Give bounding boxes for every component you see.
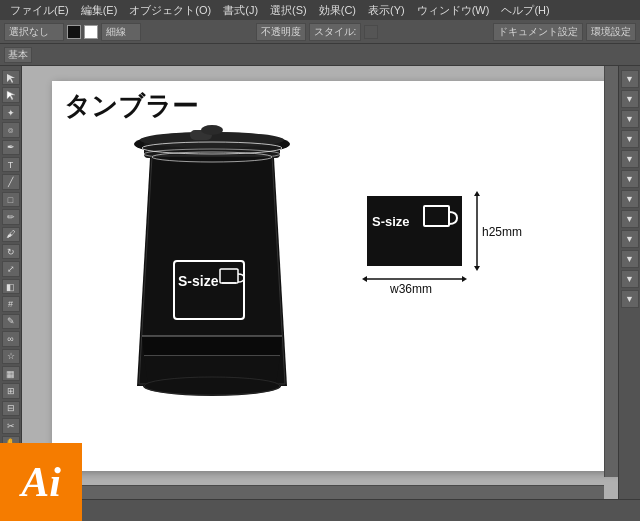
svg-text:w36mm: w36mm	[389, 282, 432, 296]
tool-mesh[interactable]: #	[2, 296, 20, 311]
right-tool-5[interactable]: ▼	[621, 150, 639, 168]
dimension-diagram: S-size w36mm h25mm	[362, 171, 572, 333]
tumbler-illustration: S-size	[102, 116, 322, 438]
menu-format[interactable]: 書式(J)	[217, 3, 264, 18]
canvas-paper: タンブラー	[52, 81, 618, 471]
tool-direct-select[interactable]	[2, 87, 20, 102]
right-tool-11[interactable]: ▼	[621, 270, 639, 288]
tool-gradient[interactable]: ◧	[2, 279, 20, 294]
menu-effect[interactable]: 効果(C)	[313, 3, 362, 18]
svg-text:h25mm: h25mm	[482, 225, 522, 239]
tool-rotate[interactable]: ↻	[2, 244, 20, 259]
toolbar-secondary: 基本	[0, 44, 640, 66]
tool-pencil[interactable]: ✏	[2, 209, 20, 224]
doc-settings-btn[interactable]: ドキュメント設定	[493, 23, 583, 41]
tool-type[interactable]: T	[2, 157, 20, 172]
svg-marker-23	[362, 276, 367, 282]
right-tool-9[interactable]: ▼	[621, 230, 639, 248]
tool-line[interactable]: ╱	[2, 174, 20, 189]
menu-select[interactable]: 選択(S)	[264, 3, 313, 18]
left-toolbox: ✦ ⌾ ✒ T ╱ □ ✏ 🖌 ↻ ⤢ ◧ # ✎ ∞ ☆ ▦ ⊞ ⊟ ✂ ✋ …	[0, 66, 22, 499]
right-toolbox: ▼ ▼ ▼ ▼ ▼ ▼ ▼ ▼ ▼ ▼ ▼ ▼	[618, 66, 640, 499]
right-tool-4[interactable]: ▼	[621, 130, 639, 148]
menu-bar: ファイル(E) 編集(E) オブジェクト(O) 書式(J) 選択(S) 効果(C…	[0, 0, 640, 20]
svg-marker-24	[462, 276, 467, 282]
menu-file[interactable]: ファイル(E)	[4, 3, 75, 18]
tool-rect[interactable]: □	[2, 192, 20, 207]
style-label: スタイル:	[309, 23, 362, 41]
tool-scissors[interactable]: ✂	[2, 418, 20, 433]
status-bar: 選択	[0, 499, 640, 521]
tool-scale[interactable]: ⤢	[2, 261, 20, 276]
tool-slice[interactable]: ⊟	[2, 401, 20, 416]
ai-app-icon: Ai	[0, 443, 82, 521]
menu-object[interactable]: オブジェクト(O)	[123, 3, 217, 18]
style-box[interactable]	[364, 25, 378, 39]
basic-label[interactable]: 基本	[4, 47, 32, 63]
tool-pen[interactable]: ✒	[2, 140, 20, 155]
tool-magic-wand[interactable]: ✦	[2, 105, 20, 120]
tool-eyedropper[interactable]: ✎	[2, 314, 20, 329]
stroke-weight[interactable]: 細線	[101, 23, 141, 41]
scrollbar-vertical[interactable]	[604, 66, 618, 477]
tool-select[interactable]	[2, 70, 20, 85]
svg-marker-28	[474, 266, 480, 271]
tool-graph[interactable]: ▦	[2, 366, 20, 381]
right-tool-8[interactable]: ▼	[621, 210, 639, 228]
main-layout: ✦ ⌾ ✒ T ╱ □ ✏ 🖌 ↻ ⤢ ◧ # ✎ ∞ ☆ ▦ ⊞ ⊟ ✂ ✋ …	[0, 66, 640, 499]
tool-brush[interactable]: 🖌	[2, 227, 20, 242]
svg-marker-1	[7, 91, 15, 100]
right-tool-7[interactable]: ▼	[621, 190, 639, 208]
svg-point-6	[201, 125, 223, 135]
toolbar-primary: 選択なし 細線 不透明度 スタイル: ドキュメント設定 環境設定	[0, 20, 640, 44]
opacity-label: 不透明度	[256, 23, 306, 41]
svg-text:S-size: S-size	[372, 214, 410, 229]
svg-marker-27	[474, 191, 480, 196]
menu-view[interactable]: 表示(Y)	[362, 3, 411, 18]
menu-window[interactable]: ウィンドウ(W)	[411, 3, 496, 18]
right-tool-6[interactable]: ▼	[621, 170, 639, 188]
right-tool-10[interactable]: ▼	[621, 250, 639, 268]
canvas-area: タンブラー	[22, 66, 618, 499]
svg-text:S-size: S-size	[178, 273, 219, 289]
tool-lasso[interactable]: ⌾	[2, 122, 20, 137]
stroke-color[interactable]	[84, 25, 98, 39]
env-settings-btn[interactable]: 環境設定	[586, 23, 636, 41]
selection-indicator: 選択なし	[4, 23, 64, 41]
svg-marker-0	[7, 74, 15, 83]
right-tool-2[interactable]: ▼	[621, 90, 639, 108]
svg-point-12	[143, 376, 281, 396]
menu-edit[interactable]: 編集(E)	[75, 3, 124, 18]
tool-artboard[interactable]: ⊞	[2, 383, 20, 398]
tool-blend[interactable]: ∞	[2, 331, 20, 346]
scrollbar-horizontal[interactable]	[22, 485, 604, 499]
right-tool-12[interactable]: ▼	[621, 290, 639, 308]
tool-symbol[interactable]: ☆	[2, 349, 20, 364]
menu-help[interactable]: ヘルプ(H)	[495, 3, 555, 18]
right-tool-1[interactable]: ▼	[621, 70, 639, 88]
right-tool-3[interactable]: ▼	[621, 110, 639, 128]
fill-color[interactable]	[67, 25, 81, 39]
